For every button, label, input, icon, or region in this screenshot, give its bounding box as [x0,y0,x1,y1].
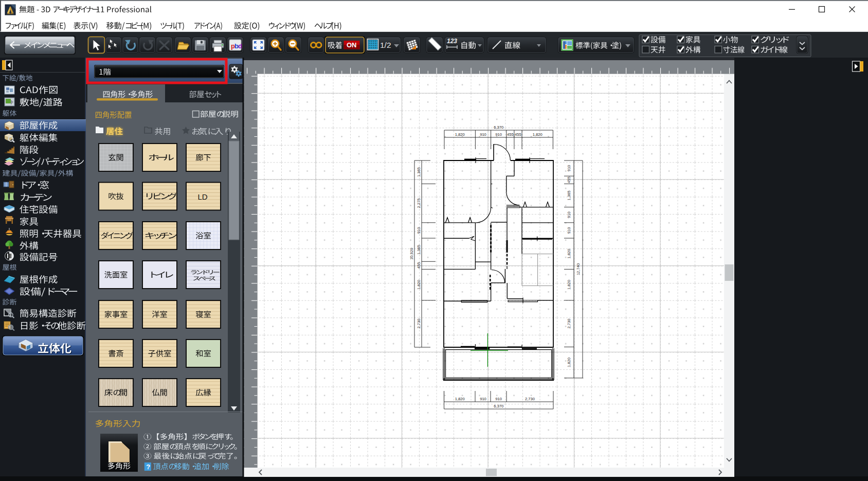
svg-text:ON: ON [347,41,357,49]
svg-text:910: 910 [567,211,571,218]
svg-text:910: 910 [495,397,502,401]
svg-text:12,740: 12,740 [576,263,581,275]
svg-text:1,820: 1,820 [567,249,571,259]
svg-text:1,820: 1,820 [455,132,465,137]
svg-text:6,370: 6,370 [494,404,503,408]
svg-text:910: 910 [495,132,502,137]
svg-text:910: 910 [417,227,421,234]
svg-text:1,365: 1,365 [567,190,571,200]
svg-text:1,820: 1,820 [567,358,571,367]
svg-text:455: 455 [507,132,514,137]
svg-text:d: d [238,42,242,50]
svg-text:455: 455 [417,262,421,269]
svg-text:?: ? [146,463,150,471]
svg-text:2,730: 2,730 [525,397,535,401]
svg-text:1,820: 1,820 [417,280,421,290]
svg-text:455: 455 [515,132,521,137]
svg-text:1,820: 1,820 [455,397,465,401]
svg-text:10,920: 10,920 [409,248,414,260]
svg-text:2,275: 2,275 [417,198,421,208]
svg-text:1/2: 1/2 [380,41,391,49]
svg-text:2,730: 2,730 [567,319,571,329]
svg-text:1,820: 1,820 [533,132,542,137]
svg-text:910: 910 [567,165,571,172]
svg-text:1,365: 1,365 [417,167,421,177]
svg-text:6,370: 6,370 [494,125,503,130]
svg-text:123: 123 [447,38,457,45]
svg-text:1,820: 1,820 [567,280,571,290]
svg-text:2,730: 2,730 [417,319,421,329]
svg-text:910: 910 [567,227,571,234]
svg-text:LD: LD [198,192,208,201]
svg-text:455: 455 [567,176,571,183]
svg-text:1,365: 1,365 [417,245,421,255]
svg-text:910: 910 [480,132,486,137]
svg-text:910: 910 [480,397,486,401]
